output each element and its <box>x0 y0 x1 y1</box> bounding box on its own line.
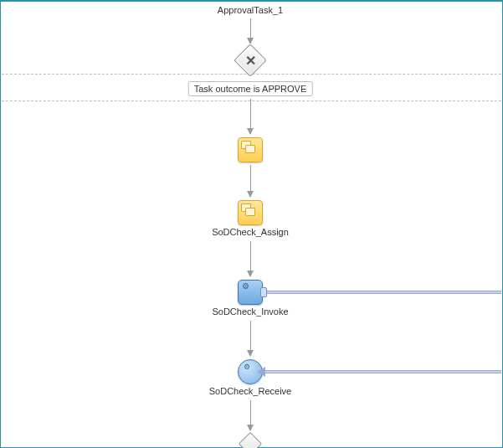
lane-divider <box>2 100 501 101</box>
merge-gateway[interactable] <box>239 432 262 448</box>
sodcheck-assign-activity[interactable] <box>238 200 263 225</box>
arrowhead-icon <box>257 367 265 377</box>
sodcheck-invoke-activity[interactable] <box>238 280 263 305</box>
sodcheck-invoke-label: SoDCheck_Invoke <box>167 306 334 317</box>
sodcheck-receive-label: SoDCheck_Receive <box>167 386 334 396</box>
flow-connector <box>250 99 251 134</box>
approval-task-label: ApprovalTask_1 <box>167 5 334 15</box>
invoke-port-icon <box>260 287 267 297</box>
flow-connector <box>250 165 251 197</box>
flow-connector <box>250 321 251 356</box>
partner-link-connector <box>264 370 501 373</box>
flow-connector <box>250 241 251 276</box>
bpel-canvas[interactable]: ApprovalTask_1 ✕ Task outcome is APPROVE… <box>0 0 503 448</box>
exclusive-gateway[interactable]: ✕ <box>234 44 267 77</box>
assign-activity[interactable] <box>238 137 263 162</box>
partner-link-connector <box>267 291 501 294</box>
sodcheck-assign-label: SoDCheck_Assign <box>167 227 334 237</box>
flow-connector <box>250 18 251 44</box>
gateway-x-icon: ✕ <box>239 49 261 71</box>
condition-badge[interactable]: Task outcome is APPROVE <box>188 81 313 96</box>
flow-connector <box>250 400 251 430</box>
